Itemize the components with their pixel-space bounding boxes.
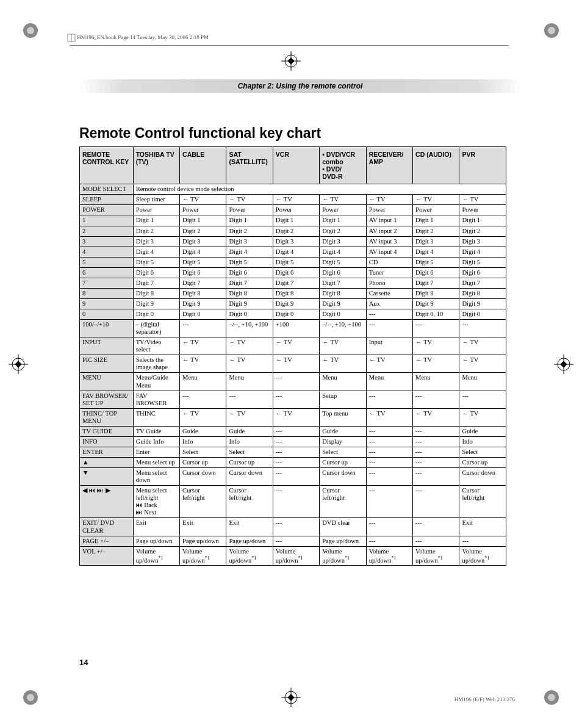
cell: Phono xyxy=(366,278,412,288)
cell: DVD clear xyxy=(320,518,366,536)
cell: --- xyxy=(413,447,459,457)
cell: --- xyxy=(366,536,412,546)
cell: Digit 7 xyxy=(320,278,366,288)
cell: Cursor left/right xyxy=(180,486,226,518)
table-row: PAGE +/–Page up/downPage up/downPage up/… xyxy=(80,536,506,546)
cell: --- xyxy=(413,436,459,447)
cell: --- xyxy=(226,391,273,408)
cell: Digit 5 xyxy=(180,257,226,267)
cell: Enter xyxy=(133,447,179,457)
table-header-row: Remote Control Key Toshiba TV (TV) Cable… xyxy=(80,147,506,184)
table-row: VOL +/–Volume up/down*1Volume up/down*1V… xyxy=(80,546,506,566)
cell: --- xyxy=(366,320,412,337)
cell: Guide xyxy=(226,426,273,436)
cell: Info xyxy=(226,436,273,447)
table-row: ▼Menu select downCursor downCursor down-… xyxy=(80,468,506,486)
cell: Digit 4 xyxy=(413,247,459,257)
cell: Digit 3 xyxy=(413,236,459,247)
cell: Digit 2 xyxy=(226,226,273,236)
cell: Digit 2 xyxy=(413,226,459,236)
cell: Digit 4 xyxy=(226,247,273,257)
cell: Cursor left/right xyxy=(226,486,273,518)
cell: Top menu xyxy=(320,408,366,426)
cell: ← TV xyxy=(226,408,273,426)
cell: Volume up/down*1 xyxy=(459,546,506,566)
crop-mark-top xyxy=(279,49,303,73)
cell: --- xyxy=(273,486,319,518)
cell: Volume up/down*1 xyxy=(320,546,366,566)
cell: Digit 5 xyxy=(226,257,273,267)
table-row: 7Digit 7Digit 7Digit 7Digit 7Digit 7Phon… xyxy=(80,278,506,288)
cell: --- xyxy=(273,536,319,546)
cell: --- xyxy=(366,391,412,408)
cell: ← TV xyxy=(226,195,273,205)
key-label: MODE SELECT xyxy=(80,184,134,195)
th-dvd: • DVD/VCR combo • DVD/ DVD-R xyxy=(320,147,366,184)
running-header-text: HM196_EN.book Page 14 Tuesday, May 30, 2… xyxy=(77,34,209,40)
key-label: MENU xyxy=(80,373,134,391)
cell: --- xyxy=(273,458,319,468)
cell: Digit 9 xyxy=(413,298,459,309)
cell: Digit 7 xyxy=(133,278,179,288)
cell: AV input 4 xyxy=(366,247,412,257)
cell: Digit 9 xyxy=(133,298,179,309)
crop-mark-tl xyxy=(18,18,43,43)
th-receiver: Receiver/ AMP xyxy=(366,147,412,184)
crop-mark-bottom xyxy=(279,685,303,710)
cell: Volume up/down*1 xyxy=(226,546,273,566)
cell: Page up/down xyxy=(133,536,179,546)
cell: Cursor down xyxy=(226,468,273,486)
key-label: 1 xyxy=(80,215,134,226)
cell: Digit 0 xyxy=(133,309,179,320)
cell: Page up/down xyxy=(320,536,366,546)
chapter-heading: Chapter 2: Using the remote control xyxy=(79,79,521,93)
th-cd: CD (Audio) xyxy=(413,147,459,184)
cell: Digit 1 xyxy=(459,215,506,226)
cell: ← TV xyxy=(273,408,319,426)
cell: Power xyxy=(180,205,226,215)
key-label: 2 xyxy=(80,226,134,236)
cell: Digit 8 xyxy=(226,288,273,298)
cell: Exit xyxy=(180,518,226,536)
crop-mark-right xyxy=(551,352,576,377)
cell: ← TV xyxy=(459,408,506,426)
cell: Digit 3 xyxy=(320,236,366,247)
cell: Power xyxy=(413,205,459,215)
cell: Page up/down xyxy=(226,536,273,546)
cell: Select xyxy=(459,447,506,457)
cell: Select xyxy=(320,447,366,457)
cell: ← TV xyxy=(226,355,273,373)
key-label: TV GUIDE xyxy=(80,426,134,436)
cell: Digit 4 xyxy=(273,247,319,257)
svg-rect-19 xyxy=(15,361,21,367)
table-row: INFOGuide InfoInfoInfo---Display------In… xyxy=(80,436,506,447)
table-row: POWERPowerPowerPowerPowerPowerPowerPower… xyxy=(80,205,506,215)
key-label: VOL +/– xyxy=(80,546,134,566)
key-label: PAGE +/– xyxy=(80,536,134,546)
table-row: 6Digit 6Digit 6Digit 6Digit 6Digit 6Tune… xyxy=(80,267,506,278)
cell: ← TV xyxy=(180,195,226,205)
page: HM196_EN.book Page 14 Tuesday, May 30, 2… xyxy=(0,0,582,728)
table-row: ENTEREnterSelectSelect---Select------Sel… xyxy=(80,447,506,457)
cell: Digit 7 xyxy=(273,278,319,288)
key-label: ▼ xyxy=(80,468,134,486)
cell: Menu select up xyxy=(133,458,179,468)
th-cable: Cable xyxy=(180,147,226,184)
cell: ← TV xyxy=(273,195,319,205)
cell: Select xyxy=(226,447,273,457)
cell: Digit 1 xyxy=(273,215,319,226)
cell: --- xyxy=(366,426,412,436)
cell: Menu xyxy=(459,373,506,391)
cell: --- xyxy=(366,486,412,518)
cell: --- xyxy=(413,320,459,337)
cell: Digit 3 xyxy=(180,236,226,247)
cell: Volume up/down*1 xyxy=(180,546,226,566)
key-label: EXIT/ DVD CLEAR xyxy=(80,518,134,536)
cell: ← TV xyxy=(413,408,459,426)
cell: Menu xyxy=(366,373,412,391)
cell: Selects the image shape xyxy=(133,355,179,373)
cell: ← TV xyxy=(320,355,366,373)
table-row: FAV BROWSER/ SET UPFAV BROWSER---------S… xyxy=(80,391,506,408)
table-row: ◀ ⏮ ⏭ ▶Menu select left/right ⏮ Back ⏭ N… xyxy=(80,486,506,518)
table-row: EXIT/ DVD CLEARExitExitExit---DVD clear-… xyxy=(80,518,506,536)
